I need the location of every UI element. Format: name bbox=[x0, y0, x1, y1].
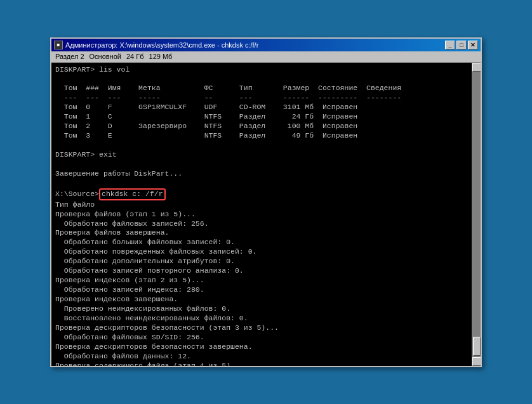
terminal-area[interactable]: DISKPART> lis vol Том ### Имя Метка ФС Т… bbox=[51, 63, 481, 366]
terminal-line-step3: Проверка дескрипторов безопасности (этап… bbox=[55, 323, 469, 333]
partition-free: 129 Мб bbox=[149, 53, 173, 60]
terminal-line-reparse: Обработано записей повторного анализа: 0… bbox=[55, 266, 469, 276]
scroll-down-button[interactable]: ▼ bbox=[472, 357, 481, 366]
terminal-line-step1: Проверка файлов (этап 1 из 5)... bbox=[55, 210, 469, 219]
terminal-line-datafiles: Обработано файлов данных: 12. bbox=[55, 352, 469, 362]
terminal-line-records: Обработано файловых записей: 256. bbox=[55, 219, 469, 229]
terminal-line-0: DISKPART> lis vol bbox=[55, 65, 469, 75]
terminal-line-vol2: Том 2 D Зарезервиро NTFS Раздел 100 Мб И… bbox=[55, 122, 469, 131]
terminal-line-idxrecords: Обработано записей индекса: 280. bbox=[55, 285, 469, 295]
terminal-line-unidx: Проверено неиндексированных файлов: 0. bbox=[55, 304, 469, 314]
terminal-line-header: Том ### Имя Метка ФС Тип Размер Состояни… bbox=[55, 84, 469, 93]
title-bar: ■ Администратор: X:\windows\system32\cmd… bbox=[51, 39, 481, 51]
terminal-line-sep: --- --- --- ----- -- --- ------ --------… bbox=[55, 93, 469, 103]
terminal-line-vol0: Том 0 F GSP1RMCULXF UDF CD-ROM 3101 Мб И… bbox=[55, 103, 469, 112]
terminal-line-attrs: Обработано дополнительных атрибутов: 0. bbox=[55, 257, 469, 266]
terminal-line-step2: Проверка индексов (этап 2 из 5)... bbox=[55, 276, 469, 285]
scroll-track[interactable] bbox=[472, 72, 481, 357]
scrollbar[interactable]: ▲ ▼ bbox=[472, 63, 481, 366]
partition-size: 24 Гб bbox=[126, 53, 144, 60]
terminal-line-chkdsk-cmd: X:\Source>chkdsk c: /f/r bbox=[55, 188, 469, 200]
terminal-line-filesok: Проверка файлов завершена. bbox=[55, 228, 469, 238]
partition-label: Раздел 2 bbox=[55, 53, 84, 60]
terminal-line-bigfiles: Обработано больших файловых записей: 0. bbox=[55, 238, 469, 247]
window-icon: ■ bbox=[54, 41, 63, 49]
cmd-window: ■ Администратор: X:\windows\system32\cmd… bbox=[50, 37, 482, 367]
minimize-button[interactable]: _ bbox=[445, 41, 455, 49]
terminal-line-blank4 bbox=[55, 179, 469, 188]
terminal-line-filetype: Тип файло bbox=[55, 200, 469, 210]
terminal-line-completing: Завершение работы DiskPart... bbox=[55, 169, 469, 179]
terminal-line-idxok: Проверка индексов завершена. bbox=[55, 295, 469, 304]
terminal-line-vol1: Том 1 C NTFS Раздел 24 Гб Исправен bbox=[55, 112, 469, 122]
close-button[interactable]: ✕ bbox=[468, 41, 478, 49]
info-bar: Раздел 2 Основной 24 Гб 129 Мб bbox=[51, 51, 481, 63]
maximize-button[interactable]: □ bbox=[456, 41, 467, 49]
terminal-line-vol3: Том 3 E NTFS Раздел 49 Гб Исправен bbox=[55, 131, 469, 141]
chkdsk-highlight: chkdsk c: /f/r bbox=[99, 188, 166, 200]
partition-type: Основной bbox=[90, 53, 121, 60]
terminal-line-restored: Восстановлено неиндексированных файлов: … bbox=[55, 314, 469, 323]
window-title: Администратор: X:\windows\system32\cmd.e… bbox=[65, 41, 258, 49]
terminal-line-secok: Проверка дескрипторов безопасности завер… bbox=[55, 342, 469, 352]
scroll-thumb[interactable] bbox=[473, 337, 481, 356]
title-bar-buttons: _ □ ✕ bbox=[445, 41, 478, 49]
terminal-line-blank3 bbox=[55, 160, 469, 169]
terminal-line-blank2 bbox=[55, 141, 469, 150]
terminal-line-exit: DISKPART> exit bbox=[55, 150, 469, 160]
terminal-line-corrupt: Обработано поврежденных файловых записей… bbox=[55, 247, 469, 257]
terminal-line-blank1 bbox=[55, 74, 469, 84]
terminal-line-sdsid: Обработано файловых SD/SID: 256. bbox=[55, 333, 469, 342]
scroll-up-button[interactable]: ▲ bbox=[472, 63, 481, 72]
title-bar-left: ■ Администратор: X:\windows\system32\cmd… bbox=[54, 41, 258, 49]
terminal-line-step4: Проверка содержимого файла (этап 4 из 5)… bbox=[55, 362, 469, 366]
